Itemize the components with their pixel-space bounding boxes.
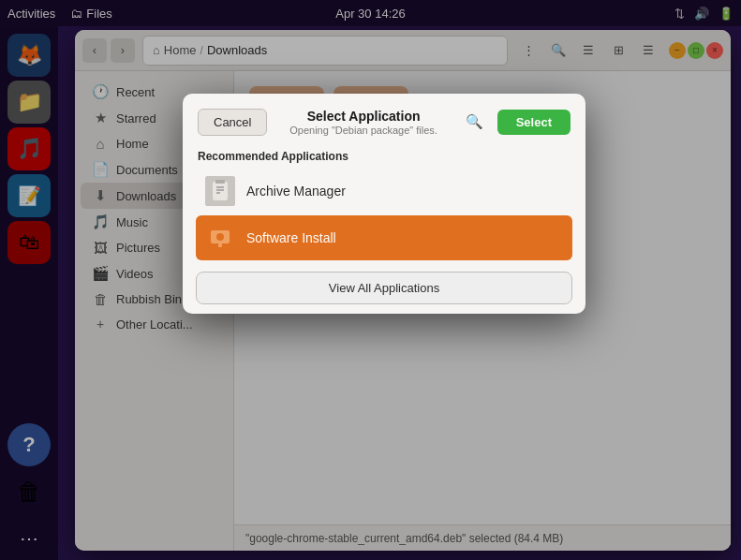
software-install-icon: [205, 223, 235, 253]
cancel-button[interactable]: Cancel: [198, 109, 267, 136]
dialog-footer: View All Applications: [183, 262, 585, 314]
select-application-dialog: Cancel Select Application Opening "Debia…: [183, 94, 585, 314]
archive-manager-label: Archive Manager: [246, 184, 346, 199]
dialog-overlay: Cancel Select Application Opening "Debia…: [0, 0, 741, 560]
dialog-title: Select Application: [274, 109, 452, 124]
search-icon: 🔍: [466, 113, 483, 130]
svg-rect-2: [215, 180, 225, 184]
recommended-apps-label: Recommended Applications: [196, 150, 572, 163]
select-button[interactable]: Select: [497, 110, 571, 135]
app-list-item-software-install[interactable]: Software Install: [196, 215, 572, 260]
software-install-label: Software Install: [246, 230, 336, 245]
svg-rect-1: [213, 182, 228, 200]
dialog-subtitle: Opening "Debian package" files.: [274, 125, 452, 136]
dialog-header: Cancel Select Application Opening "Debia…: [183, 94, 585, 142]
dialog-search-button[interactable]: 🔍: [460, 107, 490, 137]
svg-rect-9: [218, 243, 222, 247]
dialog-body: Recommended Applications Archive Manager: [183, 142, 585, 260]
archive-manager-icon: [205, 176, 235, 206]
dialog-title-block: Select Application Opening "Debian packa…: [274, 109, 452, 136]
app-list-item-archive-manager[interactable]: Archive Manager: [196, 169, 572, 214]
svg-point-8: [216, 233, 224, 241]
view-all-button[interactable]: View All Applications: [196, 272, 572, 304]
